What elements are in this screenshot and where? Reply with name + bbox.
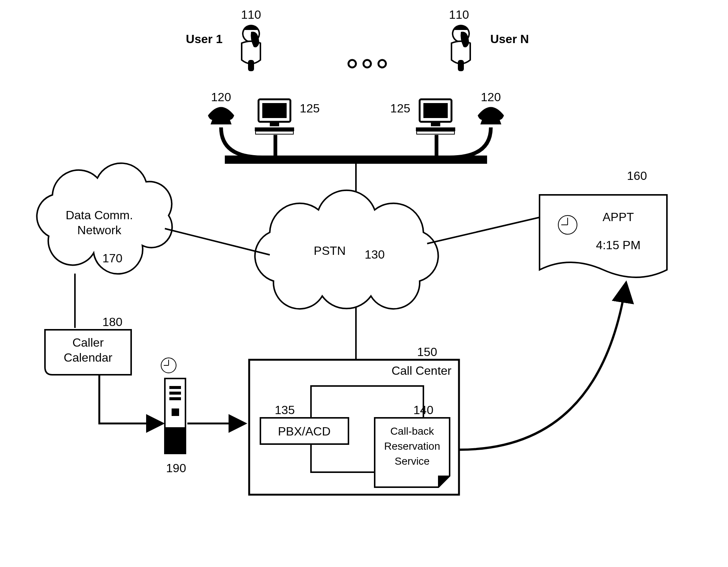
user-n-ref: 110 [449, 8, 469, 21]
link-pstn-appt [427, 217, 540, 244]
svg-point-1 [348, 60, 356, 67]
datacomm-ref: 170 [102, 251, 122, 265]
datacomm-label-1: Data Comm. [66, 208, 133, 222]
phone-icon [208, 107, 234, 125]
svg-rect-6 [262, 103, 287, 118]
phone-icon [478, 107, 504, 125]
svg-rect-12 [431, 122, 440, 126]
system-diagram: 110 User 1 110 User N [0, 0, 728, 567]
caller-calendar: 180 Caller Calendar [45, 315, 131, 375]
svg-rect-24 [169, 392, 181, 395]
user-n-label: User N [490, 32, 529, 46]
link-calendar-server [99, 375, 161, 423]
callback-ref: 140 [413, 403, 433, 417]
server-icon [165, 378, 185, 453]
pstn-ref: 130 [365, 248, 384, 261]
datacomm-cloud: Data Comm. Network 170 [37, 163, 172, 274]
callcenter-ref: 150 [417, 345, 437, 359]
pbx-label: PBX/ACD [278, 425, 330, 438]
svg-rect-9 [256, 131, 293, 134]
cable [450, 127, 491, 157]
pstn-label: PSTN [314, 244, 345, 257]
phone-n: 120 [478, 90, 504, 124]
user-1-ref: 110 [241, 8, 261, 21]
user-1-label: User 1 [186, 32, 223, 46]
callback-l1: Call-back [390, 425, 435, 437]
svg-rect-11 [423, 103, 448, 118]
clock-icon [161, 358, 176, 373]
appt-time: 4:15 PM [596, 238, 640, 252]
pstn-cloud: PSTN 130 [255, 190, 438, 309]
svg-rect-26 [172, 408, 179, 416]
calendar-ref: 180 [102, 315, 122, 329]
computer-n: 125 [390, 99, 455, 134]
phone-1-ref: 120 [211, 90, 231, 104]
svg-point-2 [363, 60, 371, 67]
svg-rect-23 [169, 386, 181, 389]
link-callcenter-appt [459, 285, 626, 450]
svg-rect-8 [255, 127, 294, 131]
link-datacomm-pstn [165, 229, 270, 255]
computer-1-ref: 125 [300, 102, 320, 115]
svg-point-3 [378, 60, 386, 67]
datacomm-label-2: Network [77, 223, 121, 237]
call-center: 150 Call Center 135 PBX/ACD 140 Call-bac… [249, 345, 459, 495]
svg-rect-25 [169, 397, 181, 400]
computer-icon [255, 99, 294, 134]
user-n: 110 User N [449, 8, 529, 71]
svg-rect-4 [458, 60, 464, 71]
pbx-ref: 135 [275, 403, 294, 417]
svg-rect-0 [248, 60, 254, 71]
appt-title: APPT [602, 210, 634, 224]
callback-l3: Service [395, 455, 429, 467]
person-icon [451, 25, 470, 72]
computer-n-ref: 125 [390, 102, 410, 115]
callcenter-label: Call Center [392, 364, 451, 377]
calendar-l1: Caller [72, 336, 104, 349]
phone-1: 120 [208, 90, 234, 124]
phone-n-ref: 120 [481, 90, 501, 104]
clock-icon [558, 215, 577, 234]
appt-note: 160 APPT 4:15 PM [540, 169, 667, 277]
svg-rect-13 [416, 127, 455, 131]
person-icon [242, 25, 260, 72]
callback-l2: Reservation [384, 440, 440, 452]
calendar-l2: Calendar [64, 351, 112, 364]
users-group: 110 User 1 110 User N [186, 8, 529, 164]
bus-bar [225, 156, 487, 164]
ellipsis-icon [348, 60, 386, 67]
server-ref: 190 [166, 461, 186, 475]
computer-icon [416, 99, 455, 134]
appt-ref: 160 [627, 169, 647, 183]
server: 190 [161, 358, 186, 475]
svg-rect-7 [270, 122, 279, 126]
svg-rect-22 [165, 427, 185, 453]
svg-rect-14 [417, 131, 454, 134]
computer-1: 125 [255, 99, 320, 134]
user-1: 110 User 1 [186, 8, 261, 71]
